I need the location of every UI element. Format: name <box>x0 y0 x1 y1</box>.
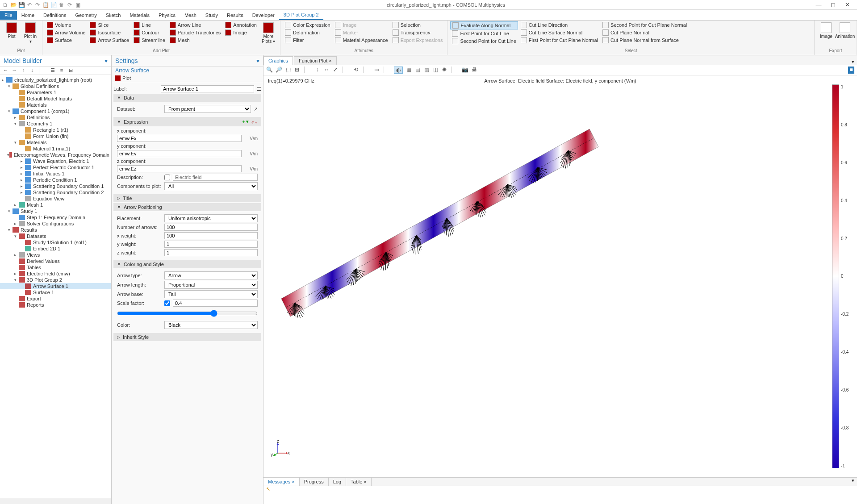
mesh-view-icon[interactable]: ▨ <box>423 67 430 74</box>
description-checkbox[interactable] <box>164 175 170 180</box>
expression-section-header[interactable]: ▼Expression ＋▾ ⟐▾ <box>113 117 261 126</box>
tree-node[interactable]: ▾Component 1 (comp1) <box>0 108 111 114</box>
panel-menu-icon[interactable]: ▾ <box>105 57 108 64</box>
tree-node[interactable]: ▾Materials <box>0 139 111 146</box>
tree-node[interactable]: Step 1: Frequency Domain <box>0 214 111 221</box>
line-button[interactable]: Line <box>132 21 167 29</box>
tab-materials[interactable]: Materials <box>125 11 154 20</box>
snapshot-icon[interactable]: 📷 <box>462 67 468 74</box>
minimize-icon[interactable]: — <box>813 1 824 8</box>
color-expression-button[interactable]: Color Expression <box>283 21 332 29</box>
plot-button[interactable]: Plot <box>122 75 131 81</box>
select-icon[interactable]: ▭ <box>373 67 380 74</box>
inherit-section-header[interactable]: ▷Inherit Style <box>113 333 261 341</box>
tree-node[interactable]: Materials <box>0 102 111 108</box>
tab-developer[interactable]: Developer <box>248 11 279 20</box>
yz-view-icon[interactable]: ⤢ <box>332 67 339 74</box>
more-plots-button[interactable]: More Plots ▾ <box>259 21 277 45</box>
selection-button[interactable]: Selection <box>391 21 445 29</box>
new-icon[interactable]: 🗋 <box>2 1 9 8</box>
tree-node[interactable]: ▸Definitions <box>0 114 111 121</box>
tree-node[interactable]: Default Model Inputs <box>0 96 111 102</box>
positioning-section-header[interactable]: ▼Arrow Positioning <box>113 203 261 211</box>
close-tab-icon[interactable]: × <box>329 58 331 63</box>
maximize-icon[interactable]: ◻ <box>828 1 838 8</box>
filter-button[interactable]: Filter <box>283 37 332 44</box>
tab-study[interactable]: Study <box>201 11 222 20</box>
collapse-icon[interactable]: ⊟ <box>67 67 74 74</box>
particle-trajectories-button[interactable]: Particle Trajectories <box>168 29 223 36</box>
first-point-cut-line-button[interactable]: First Point for Cut Line <box>450 30 518 37</box>
second-point-cut-line-button[interactable]: Second Point for Cut Line <box>450 37 518 45</box>
tree-node[interactable]: ▸Periodic Condition 1 <box>0 177 111 183</box>
wireframe-icon[interactable]: ▦ <box>406 67 412 74</box>
title-section-header[interactable]: ▷Title <box>113 194 261 202</box>
redo-icon[interactable]: ↷ <box>34 1 41 8</box>
zoom-extents-icon[interactable]: ⊞ <box>294 67 300 74</box>
cut-plane-normal-button[interactable]: Cut Plane Normal <box>601 29 689 36</box>
xcomp-input[interactable] <box>117 135 242 142</box>
tree-node[interactable]: Study 1/Solution 1 (sol1) <box>0 239 111 246</box>
placement-select[interactable]: Uniform anisotropic <box>164 214 258 222</box>
xy-view-icon[interactable]: ↕ <box>314 67 321 74</box>
tab-3d-plot-group-2[interactable]: 3D Plot Group 2 <box>279 10 323 20</box>
cut-line-direction-button[interactable]: Cut Line Direction <box>519 21 600 29</box>
tree-node[interactable]: ▸Perfect Electric Conductor 1 <box>0 164 111 171</box>
tree-node[interactable]: ▸Views <box>0 252 111 258</box>
rotate-icon[interactable]: ⟲ <box>353 67 359 74</box>
volume-button[interactable]: Volume <box>45 21 87 29</box>
zcomp-input[interactable] <box>117 165 242 172</box>
tab-log[interactable]: Log <box>329 478 346 486</box>
panel-menu-icon[interactable]: ▾ <box>849 478 857 486</box>
tree-node[interactable]: Derived Values <box>0 258 111 264</box>
tab-definitions[interactable]: Definitions <box>39 11 71 20</box>
forward-icon[interactable]: → <box>11 67 18 74</box>
ycomp-input[interactable] <box>117 150 242 157</box>
plot-button[interactable]: Plot <box>3 21 21 40</box>
copy-icon[interactable]: 📋 <box>42 1 49 8</box>
tree-node[interactable]: ▾Study 1 <box>0 208 111 214</box>
tree-node[interactable]: Parameters 1 <box>0 89 111 96</box>
zoom-out-icon[interactable]: 🔎 <box>276 67 282 74</box>
tree-node[interactable]: ▸Wave Equation, Electric 1 <box>0 158 111 164</box>
paste-icon[interactable]: 📄 <box>50 1 57 8</box>
deformation-button[interactable]: Deformation <box>283 29 332 36</box>
tab-geometry[interactable]: Geometry <box>71 11 101 20</box>
second-point-cut-plane-normal-button[interactable]: Second Point for Cut Plane Normal <box>601 21 689 29</box>
number-of-arrows-input[interactable] <box>164 224 258 231</box>
first-point-cut-plane-normal-button[interactable]: First Point for Cut Plane Normal <box>519 37 600 44</box>
zoom-in-icon[interactable]: 🔍 <box>266 67 273 74</box>
tab-graphics[interactable]: Graphics <box>263 56 293 65</box>
components-to-plot-select[interactable]: All <box>164 182 258 190</box>
refresh-icon[interactable]: ⟳ <box>66 1 73 8</box>
down-icon[interactable]: ↓ <box>29 67 36 74</box>
tab-file[interactable]: File <box>0 11 17 20</box>
streamline-button[interactable]: Streamline <box>132 37 167 44</box>
evaluate-along-normal-button[interactable]: Evaluate Along Normal <box>450 21 518 29</box>
tab-table[interactable]: Table × <box>346 478 372 486</box>
open-icon[interactable]: 📂 <box>10 1 17 8</box>
tree-node[interactable]: ▸circularly_polarized_light.mph (root) <box>0 77 111 83</box>
tab-mesh[interactable]: Mesh <box>180 11 201 20</box>
close-icon[interactable]: ✕ <box>842 1 853 8</box>
grid-icon[interactable]: ▤ <box>414 67 421 74</box>
annotation-button[interactable]: Annotation <box>223 21 259 29</box>
z-weight-input[interactable] <box>164 249 258 256</box>
replace-expr-icon[interactable]: ⟐▾ <box>251 119 258 125</box>
graphics-canvas[interactable]: freq(1)=0.29979 GHz Arrow Surface: Elect… <box>263 75 857 477</box>
label-input[interactable] <box>161 85 254 92</box>
surface-button[interactable]: Surface <box>45 37 87 44</box>
delete-icon[interactable]: 🗑 <box>58 1 65 8</box>
attr-image-button[interactable]: Image <box>333 21 390 29</box>
tree-icon[interactable]: ≡ <box>58 67 65 74</box>
tree-node[interactable]: Form Union (fin) <box>0 133 111 139</box>
tab-home[interactable]: Home <box>17 11 39 20</box>
scale-factor-slider[interactable] <box>117 310 258 317</box>
tree-node[interactable]: ▸Electric Field (emw) <box>0 271 111 277</box>
transparency-icon[interactable]: ◫ <box>432 67 439 74</box>
dataset-select[interactable]: From parent <box>164 105 251 113</box>
tab-results[interactable]: Results <box>222 11 248 20</box>
mesh-button[interactable]: Mesh <box>168 37 223 44</box>
tree-node[interactable]: ▸Mesh 1 <box>0 202 111 208</box>
tree-node[interactable]: ▸Scattering Boundary Condition 1 <box>0 183 111 189</box>
